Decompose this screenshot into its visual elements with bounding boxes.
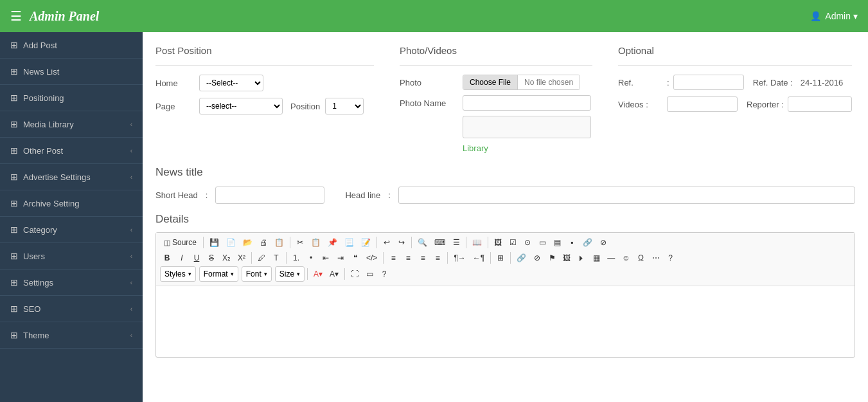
library-link[interactable]: Library (463, 143, 592, 153)
page-break-btn[interactable]: ⋯ (649, 251, 663, 265)
reporter-input[interactable] (788, 96, 852, 112)
font-color-btn[interactable]: A▾ (310, 267, 326, 281)
underline-button[interactable]: U (190, 251, 204, 265)
ref-input[interactable] (673, 75, 744, 90)
align-left-btn[interactable]: ≡ (386, 251, 400, 265)
details-section: Details ◫ Source 💾 📄 📂 🖨 📋 (155, 213, 855, 358)
hidden-btn[interactable]: ▪ (565, 235, 579, 250)
indent-btn[interactable]: ⇥ (333, 251, 348, 265)
link2-btn[interactable]: 🔗 (513, 251, 529, 265)
select-btn[interactable]: ▤ (550, 235, 564, 250)
format-dropdown[interactable]: Format ▾ (199, 266, 238, 282)
undo-btn[interactable]: ↩ (380, 235, 394, 250)
choose-file-button[interactable]: Choose File (463, 75, 518, 89)
save-btn[interactable]: 💾 (206, 235, 222, 250)
smiley-btn[interactable]: ☺ (619, 251, 633, 265)
unlink2-btn[interactable]: ⊘ (530, 251, 544, 265)
help2-btn[interactable]: ? (377, 267, 391, 281)
menu-toggle-icon[interactable]: ☰ (10, 8, 22, 24)
link-btn[interactable]: 🔗 (580, 235, 596, 250)
anchor-btn[interactable]: ⚑ (545, 251, 559, 265)
checkbox-btn[interactable]: ☑ (506, 235, 520, 250)
table2-btn[interactable]: ▦ (589, 251, 603, 265)
position-select[interactable]: 1 (325, 98, 364, 114)
ordered-list-btn[interactable]: 1. (289, 251, 303, 265)
ltr-btn[interactable]: ¶→ (450, 251, 468, 265)
spell-check-btn[interactable]: 📖 (469, 235, 485, 250)
maximize-btn[interactable]: ⛶ (348, 267, 362, 281)
sidebar-item-users[interactable]: ⊞ Users ‹ (0, 243, 143, 270)
replace-btn[interactable]: ⌨ (431, 235, 448, 250)
image-btn[interactable]: 🖼 (491, 235, 505, 250)
page-select[interactable]: --select-- (199, 98, 283, 114)
outdent-btn[interactable]: ⇤ (319, 251, 333, 265)
copy-format-btn[interactable]: T (269, 251, 283, 265)
table-btn[interactable]: ⊞ (493, 251, 508, 265)
open-btn[interactable]: 📂 (240, 235, 256, 250)
preview-btn[interactable]: 📋 (271, 235, 287, 250)
editor-body[interactable] (156, 286, 855, 357)
font-dropdown[interactable]: Font ▾ (242, 266, 272, 282)
align-justify-btn[interactable]: ≡ (430, 251, 445, 265)
bg-color-btn[interactable]: A▾ (326, 267, 342, 281)
sidebar-item-seo[interactable]: ⊞ SEO ‹ (0, 296, 143, 322)
new-btn[interactable]: 📄 (223, 235, 239, 250)
styles-dropdown[interactable]: Styles ▾ (160, 266, 196, 282)
sidebar-item-media-library[interactable]: ⊞ Media Library ‹ (0, 111, 143, 138)
select-all-btn[interactable]: ☰ (449, 235, 463, 250)
find-btn[interactable]: 🔍 (414, 235, 430, 250)
user-menu[interactable]: 👤 Admin ▾ (810, 11, 858, 21)
sidebar-item-positioning[interactable]: ⊞ Positioning (0, 85, 143, 111)
bold-button[interactable]: B (160, 251, 174, 265)
videos-input[interactable] (667, 96, 738, 112)
photo-caption-textarea[interactable] (463, 116, 591, 138)
sidebar-item-label: Positioning (23, 93, 64, 103)
print-btn[interactable]: 🖨 (256, 235, 270, 250)
flash-btn[interactable]: ⏵ (574, 251, 589, 265)
subscript-button[interactable]: X₂ (219, 251, 234, 265)
other-post-icon: ⊞ (10, 145, 18, 156)
strikethrough-button[interactable]: S (204, 251, 218, 265)
home-select[interactable]: --Select-- (199, 75, 263, 91)
size-dropdown[interactable]: Size ▾ (275, 266, 305, 282)
sidebar-item-advertise-settings[interactable]: ⊞ Advertise Settings ‹ (0, 164, 143, 190)
unordered-list-btn[interactable]: • (304, 251, 318, 265)
help-btn[interactable]: ? (664, 251, 678, 265)
photo-name-input[interactable] (463, 95, 591, 111)
sidebar-item-add-post[interactable]: ⊞ Add Post (0, 32, 143, 59)
separator (490, 252, 491, 264)
superscript-button[interactable]: X² (235, 251, 249, 265)
rtl-btn[interactable]: ←¶ (470, 251, 488, 265)
sidebar-item-news-list[interactable]: ⊞ News List (0, 59, 143, 85)
blockquote-btn[interactable]: ❝ (348, 251, 362, 265)
show-blocks-btn[interactable]: ▭ (362, 267, 376, 281)
image2-btn[interactable]: 🖼 (560, 251, 574, 265)
special-chars-btn[interactable]: Ω (634, 251, 648, 265)
paste-word-btn[interactable]: 📝 (358, 235, 374, 250)
copy-btn[interactable]: 📋 (308, 235, 324, 250)
code-btn[interactable]: </> (363, 251, 380, 265)
remove-format-btn[interactable]: 🖊 (254, 251, 269, 265)
unlink-btn[interactable]: ⊘ (596, 235, 610, 250)
sidebar-item-theme[interactable]: ⊞ Theme ‹ (0, 322, 143, 349)
paste-text-btn[interactable]: 📃 (341, 235, 357, 250)
chevron-icon: ‹ (130, 279, 132, 286)
sidebar-item-category[interactable]: ⊞ Category ‹ (0, 217, 143, 243)
align-right-btn[interactable]: ≡ (416, 251, 430, 265)
sidebar-item-settings[interactable]: ⊞ Settings ‹ (0, 270, 143, 296)
sidebar-item-other-post[interactable]: ⊞ Other Post ‹ (0, 138, 143, 164)
align-center-btn[interactable]: ≡ (401, 251, 415, 265)
separator (488, 237, 488, 248)
hr-btn[interactable]: — (604, 251, 618, 265)
paste-btn[interactable]: 📌 (324, 235, 341, 250)
cut-btn[interactable]: ✂ (293, 235, 307, 250)
short-head-input[interactable] (215, 187, 324, 204)
radio-btn[interactable]: ⊙ (520, 235, 535, 250)
form-btn[interactable]: ▭ (535, 235, 549, 250)
source-button[interactable]: ◫ Source (160, 236, 200, 249)
sidebar-item-archive-setting[interactable]: ⊞ Archive Setting (0, 190, 143, 217)
separator (251, 252, 252, 264)
headline-input[interactable] (398, 187, 855, 204)
redo-btn[interactable]: ↪ (394, 235, 409, 250)
italic-button[interactable]: I (175, 251, 189, 265)
